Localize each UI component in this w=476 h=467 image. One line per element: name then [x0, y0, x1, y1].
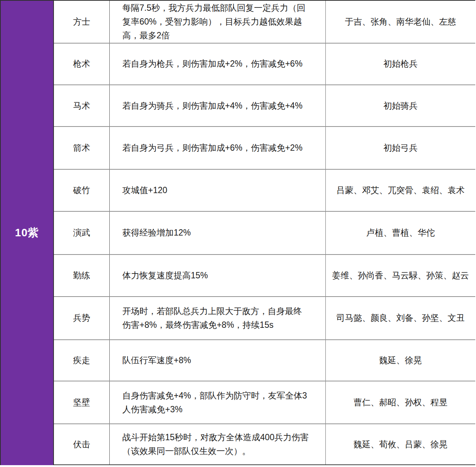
skill-name-cell: 箭术: [54, 127, 110, 169]
table-row: 伏击 战斗开始第15秒时，对敌方全体造成400兵力伤害（该效果同一部队仅生效一次…: [54, 424, 475, 465]
skill-generals-cell: 初始枪兵: [326, 44, 475, 84]
skill-desc: 若自身为骑兵，则伤害加成+4%，伤害减免+4%: [122, 99, 302, 113]
skill-name-cell: 疾走: [54, 340, 110, 381]
table-row: 演武 获得经验增加12% 卢植、曹植、华佗: [54, 212, 475, 255]
skill-generals: 魏延、荀攸、吕蒙、徐晃: [354, 438, 448, 451]
skill-generals-cell: 吕蒙、邓艾、兀突骨、袁绍、袁术: [326, 170, 475, 211]
tier-cell: 10紫: [1, 1, 54, 465]
skill-name-cell: 演武: [54, 212, 110, 254]
table-row: 兵势 开场时，若部队总兵力上限大于敌方，自身最终伤害+8%，最终伤害减免+8%，…: [54, 297, 475, 340]
skill-name: 演武: [73, 226, 90, 240]
table-rows: 方士 每隔7.5秒，我方兵力最低部队回复一定兵力（回复率60%，受智力影响），目…: [54, 1, 475, 465]
skill-name: 坚壁: [73, 396, 90, 409]
skill-desc-cell: 战斗开始第15秒时，对敌方全体造成400兵力伤害（该效果同一部队仅生效一次）。: [110, 424, 326, 464]
skill-desc-cell: 队伍行军速度+8%: [110, 340, 326, 381]
skill-name-cell: 破竹: [54, 170, 110, 211]
skill-generals-cell: 初始弓兵: [326, 127, 475, 169]
table-row: 勤练 体力恢复速度提高15% 姜维、孙尚香、马云騄、孙策、赵云: [54, 255, 475, 297]
skill-desc: 获得经验增加12%: [122, 226, 191, 240]
skill-generals: 卢植、曹植、华佗: [366, 226, 435, 240]
skill-generals: 吕蒙、邓艾、兀突骨、袁绍、袁术: [337, 183, 465, 197]
skill-desc-cell: 开场时，若部队总兵力上限大于敌方，自身最终伤害+8%，最终伤害减免+8%，持续1…: [110, 297, 326, 339]
skill-generals: 姜维、孙尚香、马云騄、孙策、赵云: [332, 269, 469, 282]
skill-generals: 魏延、徐晃: [379, 354, 422, 367]
skill-name-cell: 兵势: [54, 297, 110, 339]
skill-name: 马术: [73, 99, 90, 113]
skill-generals-cell: 魏延、荀攸、吕蒙、徐晃: [326, 424, 475, 464]
skill-desc: 体力恢复速度提高15%: [122, 269, 208, 282]
skill-generals-cell: 司马懿、颜良、刘备、孙坚、文丑: [326, 297, 475, 339]
skill-desc: 攻城值+120: [122, 183, 167, 197]
table-row: 疾走 队伍行军速度+8% 魏延、徐晃: [54, 340, 475, 382]
table-row: 枪术 若自身为枪兵，则伤害加成+2%，伤害减免+6% 初始枪兵: [54, 44, 475, 85]
table-row: 方士 每隔7.5秒，我方兵力最低部队回复一定兵力（回复率60%，受智力影响），目…: [54, 1, 475, 44]
skill-generals-cell: 初始骑兵: [326, 85, 475, 127]
skill-generals-cell: 卢植、曹植、华佗: [326, 212, 475, 254]
skill-desc-cell: 若自身为骑兵，则伤害加成+4%，伤害减免+4%: [110, 85, 326, 127]
skill-generals-cell: 魏延、徐晃: [326, 340, 475, 381]
skill-desc-cell: 体力恢复速度提高15%: [110, 255, 326, 296]
skill-desc: 队伍行军速度+8%: [122, 354, 191, 367]
table-row: 破竹 攻城值+120 吕蒙、邓艾、兀突骨、袁绍、袁术: [54, 170, 475, 212]
skill-generals-cell: 姜维、孙尚香、马云騄、孙策、赵云: [326, 255, 475, 296]
skill-name: 箭术: [73, 141, 90, 155]
skill-desc: 开场时，若部队总兵力上限大于敌方，自身最终伤害+8%，最终伤害减免+8%，持续1…: [122, 304, 309, 332]
skill-desc: 自身伤害减免+4%，部队作为防守时，友军全体3人伤害减免+3%: [122, 389, 309, 416]
skill-generals: 于吉、张角、南华老仙、左慈: [345, 15, 456, 29]
skill-name-cell: 坚壁: [54, 381, 110, 423]
skill-name: 勤练: [73, 269, 90, 282]
skill-desc: 战斗开始第15秒时，对敌方全体造成400兵力伤害（该效果同一部队仅生效一次）。: [122, 431, 309, 458]
skill-generals-cell: 曹仁、郝昭、孙权、程昱: [326, 381, 475, 423]
skill-desc-cell: 自身伤害减免+4%，部队作为防守时，友军全体3人伤害减免+3%: [110, 381, 326, 423]
table-row: 箭术 若自身为弓兵，则伤害加成+6%，伤害减免+2% 初始弓兵: [54, 127, 475, 170]
skill-generals: 司马懿、颜良、刘备、孙坚、文丑: [337, 311, 465, 325]
skill-generals: 曹仁、郝昭、孙权、程昱: [354, 396, 448, 409]
table-row: 坚壁 自身伤害减免+4%，部队作为防守时，友军全体3人伤害减免+3% 曹仁、郝昭…: [54, 381, 475, 424]
skill-desc: 每隔7.5秒，我方兵力最低部队回复一定兵力（回复率60%，受智力影响），目标兵力…: [122, 1, 309, 42]
skills-table-page: 10紫 方士 每隔7.5秒，我方兵力最低部队回复一定兵力（回复率60%，受智力影…: [0, 0, 476, 467]
skill-name-cell: 勤练: [54, 255, 110, 296]
skill-generals: 初始骑兵: [383, 99, 418, 113]
skill-generals: 初始弓兵: [383, 141, 418, 155]
skill-name-cell: 枪术: [54, 44, 110, 84]
skill-generals: 初始枪兵: [383, 57, 418, 71]
skill-name: 兵势: [73, 311, 90, 325]
skill-desc: 若自身为弓兵，则伤害加成+6%，伤害减免+2%: [122, 141, 302, 155]
skill-desc-cell: 若自身为枪兵，则伤害加成+2%，伤害减免+6%: [110, 44, 326, 84]
skills-table: 10紫 方士 每隔7.5秒，我方兵力最低部队回复一定兵力（回复率60%，受智力影…: [0, 0, 475, 465]
skill-name: 方士: [73, 15, 90, 29]
skill-name-cell: 方士: [54, 1, 110, 43]
skill-name: 枪术: [73, 57, 90, 71]
skill-name: 疾走: [73, 354, 90, 367]
skill-desc-cell: 获得经验增加12%: [110, 212, 326, 254]
skill-name-cell: 伏击: [54, 424, 110, 464]
skill-desc-cell: 攻城值+120: [110, 170, 326, 211]
skill-name: 破竹: [73, 183, 90, 197]
skill-desc-cell: 每隔7.5秒，我方兵力最低部队回复一定兵力（回复率60%，受智力影响），目标兵力…: [110, 1, 326, 43]
table-row: 马术 若自身为骑兵，则伤害加成+4%，伤害减免+4% 初始骑兵: [54, 85, 475, 127]
tier-label: 10紫: [15, 225, 39, 240]
skill-generals-cell: 于吉、张角、南华老仙、左慈: [326, 1, 475, 43]
skill-desc-cell: 若自身为弓兵，则伤害加成+6%，伤害减免+2%: [110, 127, 326, 169]
skill-name-cell: 马术: [54, 85, 110, 127]
skill-desc: 若自身为枪兵，则伤害加成+2%，伤害减免+6%: [122, 57, 302, 71]
skill-name: 伏击: [73, 438, 90, 451]
